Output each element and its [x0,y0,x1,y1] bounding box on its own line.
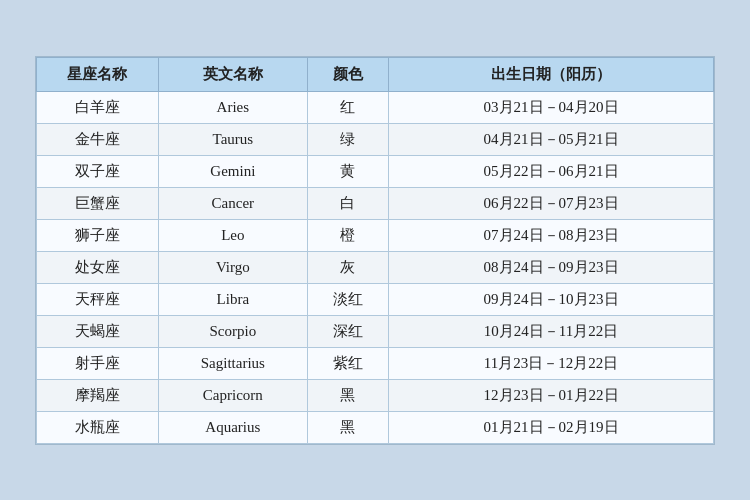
cell-color: 深红 [307,315,388,347]
cell-date: 04月21日－05月21日 [389,123,714,155]
cell-english: Capricorn [158,379,307,411]
zodiac-table-container: 星座名称 英文名称 颜色 出生日期（阳历） 白羊座Aries红03月21日－04… [35,56,715,445]
cell-color: 黄 [307,155,388,187]
cell-date: 11月23日－12月22日 [389,347,714,379]
cell-english: Libra [158,283,307,315]
cell-chinese: 巨蟹座 [37,187,159,219]
table-row: 天蝎座Scorpio深红10月24日－11月22日 [37,315,714,347]
cell-english: Sagittarius [158,347,307,379]
cell-color: 红 [307,91,388,123]
cell-english: Leo [158,219,307,251]
cell-date: 06月22日－07月23日 [389,187,714,219]
cell-english: Taurus [158,123,307,155]
table-row: 双子座Gemini黄05月22日－06月21日 [37,155,714,187]
table-row: 射手座Sagittarius紫红11月23日－12月22日 [37,347,714,379]
cell-date: 07月24日－08月23日 [389,219,714,251]
header-color: 颜色 [307,57,388,91]
cell-chinese: 天秤座 [37,283,159,315]
table-row: 金牛座Taurus绿04月21日－05月21日 [37,123,714,155]
cell-english: Gemini [158,155,307,187]
cell-chinese: 射手座 [37,347,159,379]
cell-color: 橙 [307,219,388,251]
cell-color: 灰 [307,251,388,283]
header-date: 出生日期（阳历） [389,57,714,91]
table-row: 处女座Virgo灰08月24日－09月23日 [37,251,714,283]
table-row: 白羊座Aries红03月21日－04月20日 [37,91,714,123]
cell-color: 淡红 [307,283,388,315]
cell-english: Aquarius [158,411,307,443]
cell-date: 03月21日－04月20日 [389,91,714,123]
cell-date: 05月22日－06月21日 [389,155,714,187]
cell-chinese: 天蝎座 [37,315,159,347]
cell-chinese: 狮子座 [37,219,159,251]
cell-date: 12月23日－01月22日 [389,379,714,411]
table-row: 巨蟹座Cancer白06月22日－07月23日 [37,187,714,219]
cell-color: 绿 [307,123,388,155]
cell-english: Virgo [158,251,307,283]
cell-english: Cancer [158,187,307,219]
cell-color: 白 [307,187,388,219]
table-header-row: 星座名称 英文名称 颜色 出生日期（阳历） [37,57,714,91]
cell-chinese: 白羊座 [37,91,159,123]
table-row: 摩羯座Capricorn黑12月23日－01月22日 [37,379,714,411]
cell-chinese: 摩羯座 [37,379,159,411]
cell-color: 紫红 [307,347,388,379]
zodiac-table: 星座名称 英文名称 颜色 出生日期（阳历） 白羊座Aries红03月21日－04… [36,57,714,444]
header-chinese: 星座名称 [37,57,159,91]
cell-chinese: 处女座 [37,251,159,283]
cell-color: 黑 [307,411,388,443]
cell-english: Scorpio [158,315,307,347]
table-row: 天秤座Libra淡红09月24日－10月23日 [37,283,714,315]
header-english: 英文名称 [158,57,307,91]
table-row: 水瓶座Aquarius黑01月21日－02月19日 [37,411,714,443]
cell-color: 黑 [307,379,388,411]
cell-date: 01月21日－02月19日 [389,411,714,443]
table-row: 狮子座Leo橙07月24日－08月23日 [37,219,714,251]
cell-english: Aries [158,91,307,123]
cell-chinese: 金牛座 [37,123,159,155]
cell-date: 08月24日－09月23日 [389,251,714,283]
cell-date: 10月24日－11月22日 [389,315,714,347]
cell-chinese: 水瓶座 [37,411,159,443]
cell-chinese: 双子座 [37,155,159,187]
cell-date: 09月24日－10月23日 [389,283,714,315]
